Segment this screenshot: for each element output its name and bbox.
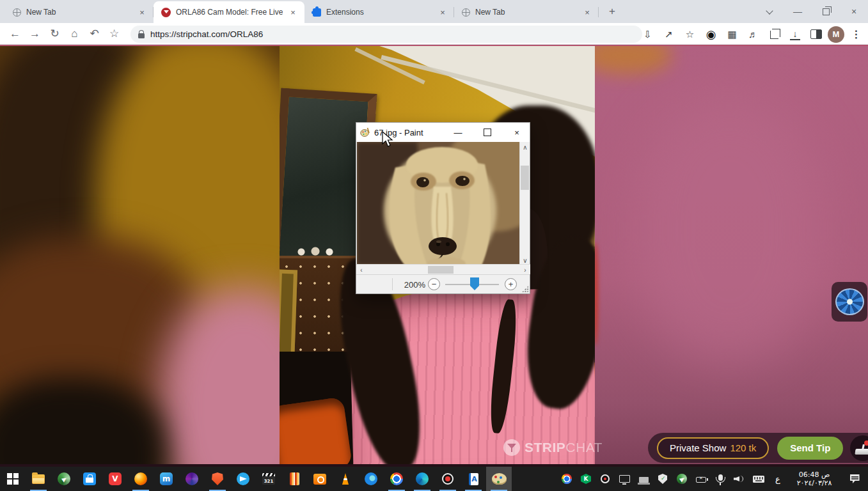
language-indicator[interactable]: ع [768,474,787,484]
taskbar-start-button[interactable] [0,467,26,491]
taskbar-idm-button[interactable] [51,467,77,491]
tray-monitor-button[interactable] [615,467,634,491]
paint-horizontal-scrollbar[interactable]: ‹ › [356,264,530,274]
taskbar-mpc-button[interactable]: 321 [256,467,281,491]
telegram-icon [237,472,249,485]
firefox-icon [134,472,147,485]
taskbar-bluedot-button[interactable] [358,467,384,491]
extension-playlist-icon[interactable]: ♬ [744,25,762,43]
mpc-icon: 321 [262,473,275,485]
paint-close-button[interactable]: × [504,123,530,142]
address-bar[interactable]: https://stripchat.com/ORLA86 [130,26,642,43]
taskbar-telegram-button[interactable] [230,467,256,491]
new-tab-button[interactable]: + [604,3,620,20]
taskbar-worddoc-button[interactable]: A [461,467,486,491]
taskbar-photos-button[interactable] [307,467,333,491]
taskbar-stripes-button[interactable] [281,467,307,491]
window-close-button[interactable]: × [840,0,868,23]
tab-close-icon[interactable]: × [582,7,592,17]
taskbar-vivaldi-button[interactable]: V [102,467,128,491]
lock-icon[interactable] [138,33,145,38]
taskbar-firefox-button[interactable] [128,467,154,491]
bookmark-icon[interactable]: ☆ [681,25,699,43]
tab-extensions[interactable]: Extensions× [304,1,454,23]
tray-volume-button[interactable] [730,467,749,491]
window-controls: — × [755,0,868,23]
tray-keyboard-button[interactable] [749,467,768,491]
tab-search-icon[interactable] [755,0,784,23]
nav-back-icon[interactable]: ← [5,25,25,43]
tray-mic-button[interactable] [711,467,730,491]
vertical-scroll-thumb[interactable] [521,166,529,190]
scroll-left-icon[interactable]: ‹ [356,265,367,275]
menu-icon[interactable]: ⋮ [847,25,865,43]
zoom-level-label: 200% [396,275,425,294]
tab-close-icon[interactable]: × [288,7,298,17]
extension-grid-icon[interactable]: ▦ [723,25,741,43]
nav-home-icon[interactable]: ⌂ [65,25,84,43]
taskbar-vlc-button[interactable] [333,467,358,491]
window-restore-button[interactable] [812,0,840,23]
taskbar-edge-button[interactable] [409,467,435,491]
extension-split-icon[interactable] [807,25,825,43]
nav-undo-icon[interactable]: ↶ [84,25,104,43]
taskbar-swirl-button[interactable] [179,467,205,491]
taskbar-paint-button[interactable] [486,467,512,491]
status-divider [392,278,393,290]
paint-canvas-dog-image[interactable] [357,142,520,265]
tab-title: New Tab [475,8,577,17]
swirl-icon [185,472,198,485]
paint-window[interactable]: 67.jpg - Paint — × [356,122,530,294]
extension-crop-icon[interactable] [765,25,784,43]
lucky-wheel-button[interactable] [832,282,867,322]
tab-close-icon[interactable]: × [438,7,448,17]
paint-window-title: 67.jpg - Paint [374,128,441,137]
tip-menu-button[interactable] [850,435,868,461]
paint-title-bar[interactable]: 67.jpg - Paint — × [356,123,530,142]
extension-download-icon[interactable]: ↓ [790,28,800,40]
horizontal-scroll-thumb[interactable] [428,266,454,274]
scroll-right-icon[interactable]: › [520,265,530,275]
zoom-slider-thumb[interactable] [470,277,479,290]
tab-title: ORLA86 Cam Model: Free Live Se [176,8,283,17]
tray-rec-sm-button[interactable] [596,467,615,491]
taskbar-explorer-button[interactable] [26,467,51,491]
taskbar-chrome-button[interactable] [384,467,409,491]
save-page-icon[interactable]: ⇩ [638,25,657,43]
tray-laptop-button[interactable] [634,467,653,491]
tab-new-tab[interactable]: New Tab× [454,1,599,23]
taskbar-brave-button[interactable] [205,467,230,491]
tab-orla86-cam-model-free-live-se[interactable]: ORLA86 Cam Model: Free Live Se× [154,1,304,23]
nav-bookmark-star-icon[interactable]: ☆ [104,25,124,43]
nav-reload-icon[interactable]: ↻ [45,25,65,43]
tray-chrome-sm-button[interactable] [557,467,576,491]
resize-grip[interactable] [522,286,528,292]
zoom-in-button[interactable]: + [505,278,517,290]
tray-idm-sm-button[interactable] [672,467,691,491]
send-tip-button[interactable]: Send Tip [777,437,843,460]
taskbar-rec-button[interactable] [435,467,461,491]
extension-swirl-icon[interactable]: ◉ [702,25,720,43]
nav-forward-icon[interactable]: → [25,25,45,43]
paint-maximize-button[interactable] [475,123,500,142]
private-show-button[interactable]: Private Show 120 tk [657,437,769,459]
tray-battery-button[interactable] [691,467,711,491]
taskbar-maxthon-button[interactable]: m [154,467,179,491]
zoom-out-button[interactable]: − [428,278,440,290]
taskbar-clock[interactable]: 06:48 ص ٢٠٢٤/٠٣/٢٨ [787,471,841,487]
idm-icon [58,472,70,485]
window-minimize-button[interactable]: — [784,0,812,23]
tray-kasp-button[interactable]: K [576,467,596,491]
paint-vertical-scrollbar[interactable]: ∧ ∨ [519,142,530,265]
taskbar-store-button[interactable] [77,467,102,491]
url-text[interactable]: https://stripchat.com/ORLA86 [150,29,263,39]
share-icon[interactable]: ↗ [659,25,678,43]
shield-icon [658,474,667,484]
tab-new-tab[interactable]: New Tab× [5,1,154,23]
scroll-up-icon[interactable]: ∧ [520,142,530,152]
paint-minimize-button[interactable]: — [445,123,471,142]
profile-icon[interactable]: M [828,26,844,43]
tab-close-icon[interactable]: × [137,7,147,17]
action-center-button[interactable] [841,467,868,491]
tray-shield-button[interactable] [653,467,672,491]
